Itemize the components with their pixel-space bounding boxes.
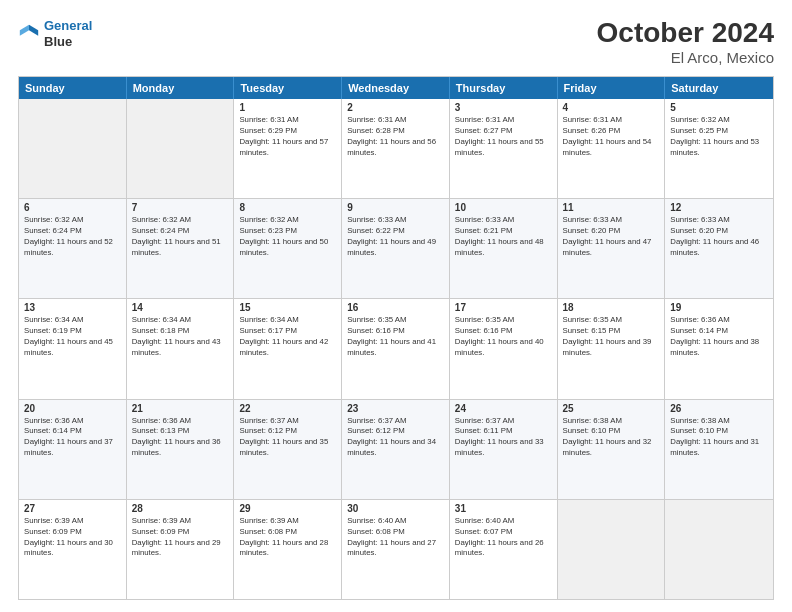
day-number: 27	[24, 503, 121, 514]
day-number: 16	[347, 302, 444, 313]
calendar-cell: 18Sunrise: 6:35 AM Sunset: 6:15 PM Dayli…	[558, 299, 666, 398]
day-info: Sunrise: 6:33 AM Sunset: 6:20 PM Dayligh…	[563, 215, 660, 259]
calendar-cell	[665, 500, 773, 599]
calendar-cell: 30Sunrise: 6:40 AM Sunset: 6:08 PM Dayli…	[342, 500, 450, 599]
day-number: 8	[239, 202, 336, 213]
day-info: Sunrise: 6:33 AM Sunset: 6:20 PM Dayligh…	[670, 215, 768, 259]
day-number: 25	[563, 403, 660, 414]
calendar-cell: 26Sunrise: 6:38 AM Sunset: 6:10 PM Dayli…	[665, 400, 773, 499]
day-number: 2	[347, 102, 444, 113]
day-info: Sunrise: 6:39 AM Sunset: 6:09 PM Dayligh…	[24, 516, 121, 560]
day-info: Sunrise: 6:40 AM Sunset: 6:07 PM Dayligh…	[455, 516, 552, 560]
day-number: 7	[132, 202, 229, 213]
title-block: October 2024 El Arco, Mexico	[597, 18, 774, 66]
day-of-week-wednesday: Wednesday	[342, 77, 450, 99]
calendar: SundayMondayTuesdayWednesdayThursdayFrid…	[18, 76, 774, 600]
calendar-cell: 20Sunrise: 6:36 AM Sunset: 6:14 PM Dayli…	[19, 400, 127, 499]
day-number: 18	[563, 302, 660, 313]
day-info: Sunrise: 6:35 AM Sunset: 6:15 PM Dayligh…	[563, 315, 660, 359]
day-info: Sunrise: 6:31 AM Sunset: 6:27 PM Dayligh…	[455, 115, 552, 159]
day-info: Sunrise: 6:32 AM Sunset: 6:25 PM Dayligh…	[670, 115, 768, 159]
calendar-week-4: 20Sunrise: 6:36 AM Sunset: 6:14 PM Dayli…	[19, 399, 773, 499]
calendar-cell: 7Sunrise: 6:32 AM Sunset: 6:24 PM Daylig…	[127, 199, 235, 298]
calendar-cell: 8Sunrise: 6:32 AM Sunset: 6:23 PM Daylig…	[234, 199, 342, 298]
calendar-cell: 27Sunrise: 6:39 AM Sunset: 6:09 PM Dayli…	[19, 500, 127, 599]
day-info: Sunrise: 6:38 AM Sunset: 6:10 PM Dayligh…	[563, 416, 660, 460]
day-number: 20	[24, 403, 121, 414]
day-info: Sunrise: 6:32 AM Sunset: 6:24 PM Dayligh…	[24, 215, 121, 259]
day-info: Sunrise: 6:31 AM Sunset: 6:26 PM Dayligh…	[563, 115, 660, 159]
day-number: 6	[24, 202, 121, 213]
calendar-cell: 11Sunrise: 6:33 AM Sunset: 6:20 PM Dayli…	[558, 199, 666, 298]
day-number: 10	[455, 202, 552, 213]
day-number: 5	[670, 102, 768, 113]
calendar-cell: 19Sunrise: 6:36 AM Sunset: 6:14 PM Dayli…	[665, 299, 773, 398]
calendar-cell: 12Sunrise: 6:33 AM Sunset: 6:20 PM Dayli…	[665, 199, 773, 298]
day-number: 31	[455, 503, 552, 514]
calendar-cell	[558, 500, 666, 599]
calendar-cell: 24Sunrise: 6:37 AM Sunset: 6:11 PM Dayli…	[450, 400, 558, 499]
day-info: Sunrise: 6:40 AM Sunset: 6:08 PM Dayligh…	[347, 516, 444, 560]
calendar-cell: 10Sunrise: 6:33 AM Sunset: 6:21 PM Dayli…	[450, 199, 558, 298]
calendar-cell: 25Sunrise: 6:38 AM Sunset: 6:10 PM Dayli…	[558, 400, 666, 499]
calendar-cell: 16Sunrise: 6:35 AM Sunset: 6:16 PM Dayli…	[342, 299, 450, 398]
svg-marker-1	[20, 24, 29, 35]
day-number: 26	[670, 403, 768, 414]
day-info: Sunrise: 6:32 AM Sunset: 6:23 PM Dayligh…	[239, 215, 336, 259]
day-number: 19	[670, 302, 768, 313]
calendar-cell: 23Sunrise: 6:37 AM Sunset: 6:12 PM Dayli…	[342, 400, 450, 499]
day-info: Sunrise: 6:37 AM Sunset: 6:11 PM Dayligh…	[455, 416, 552, 460]
day-number: 30	[347, 503, 444, 514]
day-info: Sunrise: 6:35 AM Sunset: 6:16 PM Dayligh…	[455, 315, 552, 359]
day-of-week-friday: Friday	[558, 77, 666, 99]
day-number: 12	[670, 202, 768, 213]
day-info: Sunrise: 6:39 AM Sunset: 6:09 PM Dayligh…	[132, 516, 229, 560]
day-info: Sunrise: 6:37 AM Sunset: 6:12 PM Dayligh…	[239, 416, 336, 460]
logo-line2: Blue	[44, 34, 92, 50]
logo-text: General Blue	[44, 18, 92, 49]
day-number: 23	[347, 403, 444, 414]
day-info: Sunrise: 6:34 AM Sunset: 6:17 PM Dayligh…	[239, 315, 336, 359]
day-of-week-sunday: Sunday	[19, 77, 127, 99]
day-info: Sunrise: 6:38 AM Sunset: 6:10 PM Dayligh…	[670, 416, 768, 460]
calendar-cell: 1Sunrise: 6:31 AM Sunset: 6:29 PM Daylig…	[234, 99, 342, 198]
day-info: Sunrise: 6:33 AM Sunset: 6:21 PM Dayligh…	[455, 215, 552, 259]
calendar-week-5: 27Sunrise: 6:39 AM Sunset: 6:09 PM Dayli…	[19, 499, 773, 599]
logo-line1: General	[44, 18, 92, 33]
calendar-title: October 2024	[597, 18, 774, 49]
calendar-cell	[127, 99, 235, 198]
calendar-week-2: 6Sunrise: 6:32 AM Sunset: 6:24 PM Daylig…	[19, 198, 773, 298]
day-number: 15	[239, 302, 336, 313]
day-info: Sunrise: 6:35 AM Sunset: 6:16 PM Dayligh…	[347, 315, 444, 359]
calendar-cell: 4Sunrise: 6:31 AM Sunset: 6:26 PM Daylig…	[558, 99, 666, 198]
calendar-cell: 17Sunrise: 6:35 AM Sunset: 6:16 PM Dayli…	[450, 299, 558, 398]
day-info: Sunrise: 6:31 AM Sunset: 6:29 PM Dayligh…	[239, 115, 336, 159]
day-number: 14	[132, 302, 229, 313]
calendar-cell: 15Sunrise: 6:34 AM Sunset: 6:17 PM Dayli…	[234, 299, 342, 398]
day-number: 28	[132, 503, 229, 514]
day-number: 22	[239, 403, 336, 414]
day-info: Sunrise: 6:31 AM Sunset: 6:28 PM Dayligh…	[347, 115, 444, 159]
day-of-week-tuesday: Tuesday	[234, 77, 342, 99]
day-number: 13	[24, 302, 121, 313]
calendar-header: SundayMondayTuesdayWednesdayThursdayFrid…	[19, 77, 773, 99]
day-number: 29	[239, 503, 336, 514]
calendar-cell: 22Sunrise: 6:37 AM Sunset: 6:12 PM Dayli…	[234, 400, 342, 499]
day-number: 24	[455, 403, 552, 414]
day-info: Sunrise: 6:39 AM Sunset: 6:08 PM Dayligh…	[239, 516, 336, 560]
day-info: Sunrise: 6:37 AM Sunset: 6:12 PM Dayligh…	[347, 416, 444, 460]
calendar-cell: 9Sunrise: 6:33 AM Sunset: 6:22 PM Daylig…	[342, 199, 450, 298]
calendar-cell: 29Sunrise: 6:39 AM Sunset: 6:08 PM Dayli…	[234, 500, 342, 599]
calendar-cell: 6Sunrise: 6:32 AM Sunset: 6:24 PM Daylig…	[19, 199, 127, 298]
day-info: Sunrise: 6:36 AM Sunset: 6:14 PM Dayligh…	[24, 416, 121, 460]
calendar-cell: 2Sunrise: 6:31 AM Sunset: 6:28 PM Daylig…	[342, 99, 450, 198]
day-info: Sunrise: 6:33 AM Sunset: 6:22 PM Dayligh…	[347, 215, 444, 259]
calendar-week-3: 13Sunrise: 6:34 AM Sunset: 6:19 PM Dayli…	[19, 298, 773, 398]
header: General Blue October 2024 El Arco, Mexic…	[18, 18, 774, 66]
day-info: Sunrise: 6:34 AM Sunset: 6:19 PM Dayligh…	[24, 315, 121, 359]
logo-icon	[18, 23, 40, 45]
day-info: Sunrise: 6:36 AM Sunset: 6:13 PM Dayligh…	[132, 416, 229, 460]
logo: General Blue	[18, 18, 92, 49]
svg-marker-0	[29, 24, 38, 35]
calendar-cell: 13Sunrise: 6:34 AM Sunset: 6:19 PM Dayli…	[19, 299, 127, 398]
